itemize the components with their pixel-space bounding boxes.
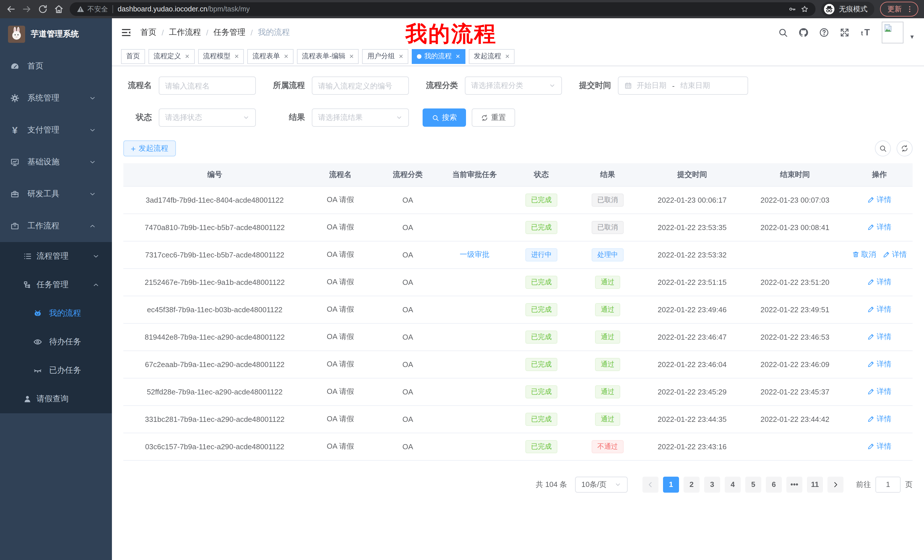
app-logo-row[interactable]: 芋道管理系统 — [0, 18, 112, 50]
filter-parent-process: 所属流程 — [270, 76, 409, 95]
page-4[interactable]: 4 — [725, 476, 741, 493]
tab-start-process[interactable]: 发起流程× — [469, 49, 514, 64]
detail-button[interactable]: 详情 — [867, 222, 891, 232]
category-select[interactable]: 请选择流程分类 — [465, 76, 562, 95]
current-task-link[interactable]: 一级审批 — [460, 250, 489, 259]
password-key-icon[interactable] — [788, 5, 796, 13]
page-5[interactable]: 5 — [745, 476, 761, 493]
refresh-table-button[interactable] — [897, 141, 913, 156]
github-icon[interactable] — [798, 27, 808, 38]
page-11[interactable]: 11 — [807, 476, 823, 493]
page-ellipsis[interactable]: ••• — [786, 476, 802, 493]
detail-button[interactable]: 详情 — [867, 304, 891, 314]
tab-close-icon[interactable]: × — [399, 52, 403, 60]
help-icon[interactable] — [819, 27, 829, 38]
cell-category: OA — [375, 378, 441, 405]
sidebar-item-task-mgmt[interactable]: 任务管理 — [0, 271, 112, 299]
prev-page-button[interactable] — [642, 476, 658, 493]
page-3[interactable]: 3 — [704, 476, 720, 493]
detail-button[interactable]: 详情 — [867, 359, 891, 369]
process-id-input[interactable] — [312, 76, 409, 95]
status-select[interactable]: 请选择状态 — [159, 108, 256, 127]
sidebar-item-infrastructure[interactable]: 基础设施 — [0, 146, 112, 178]
sidebar-item-process-mgmt[interactable]: 流程管理 — [0, 242, 112, 271]
sidebar-item-todo-tasks[interactable]: 待办任务 — [0, 328, 112, 356]
avatar-caret-icon[interactable]: ▼ — [909, 33, 915, 40]
detail-button[interactable]: 详情 — [867, 195, 891, 205]
sidebar-item-leave-query[interactable]: 请假查询 — [0, 385, 112, 413]
browser-home-icon[interactable] — [54, 4, 64, 14]
cell-end-time — [744, 433, 846, 460]
breadcrumb-item[interactable]: 任务管理 — [214, 27, 246, 38]
avatar[interactable] — [882, 22, 903, 43]
cell-status: 已完成 — [508, 350, 574, 378]
tab-process-model[interactable]: 流程模型× — [198, 49, 244, 64]
sidebar-item-workflow[interactable]: 工作流程 — [0, 210, 112, 242]
leave-query-icon — [23, 394, 32, 404]
table-row: 03c6c157-7b9a-11ec-a290-acde48001122OA 请… — [123, 433, 913, 460]
tab-process-form[interactable]: 流程表单× — [247, 49, 293, 64]
show-search-button[interactable] — [875, 141, 891, 156]
cell-process-name: OA 请假 — [306, 241, 375, 268]
tab-user-group[interactable]: 用户分组× — [362, 49, 408, 64]
sidebar-item-dev-tools[interactable]: 研发工具 — [0, 178, 112, 210]
tab-close-icon[interactable]: × — [234, 52, 239, 60]
cell-end-time: 2022-01-23 00:08:41 — [744, 214, 846, 241]
reset-button[interactable]: 重置 — [472, 108, 515, 127]
sidebar-item-payment[interactable]: ¥ 支付管理 — [0, 114, 112, 146]
page-2[interactable]: 2 — [684, 476, 700, 493]
browser-reload-icon[interactable] — [38, 4, 48, 14]
process-name-input[interactable] — [159, 76, 256, 95]
browser-forward-icon[interactable] — [22, 4, 32, 14]
sidebar-item-done-tasks[interactable]: 已办任务 — [0, 356, 112, 385]
fullscreen-icon[interactable] — [840, 27, 850, 38]
sidebar-item-home[interactable]: 首页 — [0, 50, 112, 82]
tab-close-icon[interactable]: × — [505, 52, 509, 60]
browser-back-icon[interactable] — [6, 4, 16, 14]
goto-page-input[interactable] — [876, 476, 901, 493]
cell-process-id: 7317cec6-7b9b-11ec-b5b7-acde48001122 — [123, 241, 306, 268]
process-id-input-field[interactable] — [318, 81, 403, 90]
sidebar-item-system[interactable]: 系统管理 — [0, 82, 112, 114]
browser-menu-dots-icon[interactable] — [906, 5, 914, 13]
page-size-select[interactable]: 10条/页 — [575, 476, 628, 493]
security-label: 不安全 — [87, 4, 108, 14]
process-name-input-field[interactable] — [165, 81, 249, 90]
date-range-picker[interactable]: 开始日期 - 结束日期 — [618, 76, 748, 95]
page-6[interactable]: 6 — [766, 476, 782, 493]
tab-home[interactable]: 首页 — [121, 49, 145, 64]
detail-button[interactable]: 详情 — [867, 414, 891, 424]
tab-close-icon[interactable]: × — [284, 52, 288, 60]
tab-process-definition[interactable]: 流程定义× — [148, 49, 195, 64]
detail-button[interactable]: 详情 — [867, 277, 891, 287]
security-status[interactable]: 不安全 — [76, 4, 108, 14]
cell-current-task — [441, 268, 508, 296]
detail-button[interactable]: 详情 — [867, 386, 891, 397]
tab-process-form-edit[interactable]: 流程表单-编辑× — [297, 49, 359, 64]
create-process-button[interactable]: + 发起流程 — [123, 141, 176, 156]
browser-update-button[interactable]: 更新 — [880, 2, 918, 16]
detail-button[interactable]: 详情 — [867, 441, 891, 452]
result-badge: 通过 — [595, 358, 620, 371]
breadcrumb-item[interactable]: 工作流程 — [169, 27, 201, 38]
tab-close-icon[interactable]: × — [456, 52, 460, 60]
sidebar-item-my-process[interactable]: 我的流程 — [0, 299, 112, 328]
tab-close-icon[interactable]: × — [185, 52, 189, 60]
search-button[interactable]: 搜索 — [423, 108, 466, 127]
cancel-button[interactable]: 取消 — [852, 250, 876, 260]
bookmark-star-icon[interactable] — [801, 5, 808, 13]
table-row: 52ffd28e-7b9a-11ec-a290-acde48001122OA 请… — [123, 378, 913, 405]
detail-button[interactable]: 详情 — [867, 332, 891, 342]
detail-button[interactable]: 详情 — [883, 250, 907, 260]
tab-close-icon[interactable]: × — [350, 52, 354, 60]
page-1[interactable]: 1 — [663, 476, 679, 493]
hamburger-icon[interactable] — [121, 27, 131, 38]
breadcrumb-item[interactable]: 首页 — [141, 27, 156, 38]
address-bar[interactable]: 不安全 dashboard.yudao.iocoder.cn/bpm/task/… — [70, 2, 816, 16]
next-page-button[interactable] — [828, 476, 843, 493]
header-search-icon[interactable] — [778, 27, 788, 38]
filter-label: 提交时间 — [576, 81, 611, 91]
result-select[interactable]: 请选择流结果 — [312, 108, 409, 127]
font-size-icon[interactable]: tT — [860, 27, 872, 38]
tab-my-process[interactable]: 我的流程× — [412, 49, 465, 64]
